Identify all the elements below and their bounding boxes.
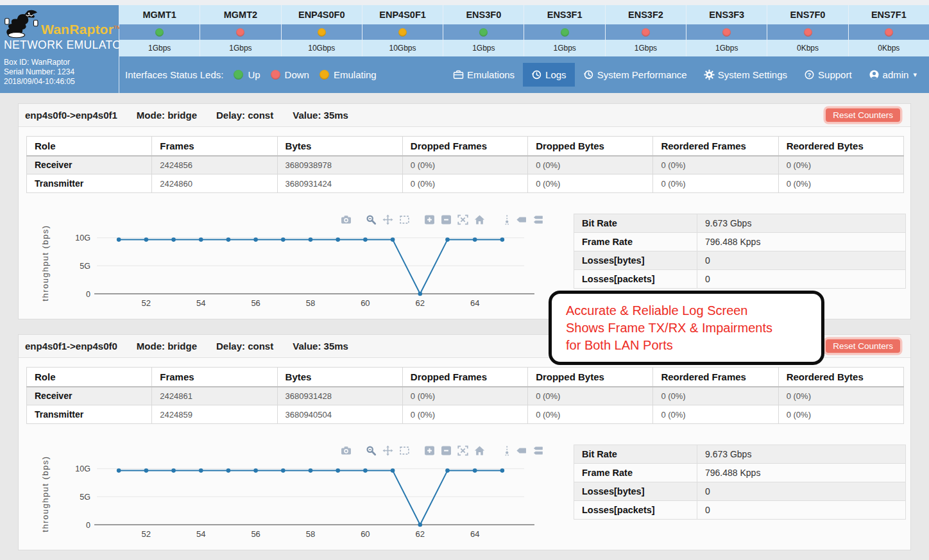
brand-name: WanRaptorTM xyxy=(41,22,121,37)
menu-item-admin[interactable]: admin▾ xyxy=(860,63,925,87)
hover-compare-icon[interactable] xyxy=(533,214,543,225)
column-header: Dropped Frames xyxy=(402,137,527,156)
menu-item-system-performance[interactable]: System Performance xyxy=(575,63,695,87)
zoom-icon[interactable] xyxy=(366,445,377,456)
menu-item-label: Emulations xyxy=(467,69,515,80)
svg-text:62: 62 xyxy=(416,529,425,539)
interface-tab-mgmt1[interactable]: MGMT11Gbps xyxy=(119,5,200,56)
table-cell: 3680940504 xyxy=(277,405,402,424)
spikelines-icon[interactable] xyxy=(499,445,510,456)
interface-led-row xyxy=(282,24,362,40)
menu-item-emulations[interactable]: Emulations xyxy=(445,63,523,87)
throughput-plot[interactable]: 05G10G52545658606264throughput (bps) xyxy=(33,452,561,548)
svg-text:64: 64 xyxy=(470,298,479,308)
camera-icon[interactable] xyxy=(341,214,352,225)
interface-name: ENS7F0 xyxy=(767,5,848,24)
legend-item-label: Emulating xyxy=(334,69,377,80)
table-cell: Receiver xyxy=(27,156,152,174)
menu-item-logs[interactable]: Logs xyxy=(523,63,575,87)
pan-icon[interactable] xyxy=(382,445,393,456)
table-cell: 0 (0%) xyxy=(778,387,903,405)
reset-counters-button[interactable]: Reset Counters xyxy=(826,108,900,122)
column-header: Dropped Bytes xyxy=(528,368,653,387)
autoscale-icon[interactable] xyxy=(457,445,468,456)
interface-speed: 1Gbps xyxy=(606,40,686,56)
table-cell: 2424859 xyxy=(152,405,277,424)
autoscale-icon[interactable] xyxy=(457,214,468,225)
camera-icon[interactable] xyxy=(341,445,352,456)
interface-name: ENS7F1 xyxy=(849,5,929,24)
column-header: Reordered Frames xyxy=(653,137,778,156)
interface-led-row xyxy=(443,24,524,40)
interface-tab-ens7f1[interactable]: ENS7F10Kbps xyxy=(848,5,929,56)
interface-led-row xyxy=(849,24,929,40)
zoom-icon[interactable] xyxy=(366,214,377,225)
interface-tab-ens3f3[interactable]: ENS3F31Gbps xyxy=(686,5,767,56)
interface-tab-ens7f0[interactable]: ENS7F00Kbps xyxy=(767,5,848,56)
interface-tab-mgmt2[interactable]: MGMT21Gbps xyxy=(200,5,280,56)
settings-icon xyxy=(704,69,715,80)
hover-closest-icon[interactable] xyxy=(516,214,527,225)
menu-item-label: Support xyxy=(818,69,852,80)
table-cell: 0 (0%) xyxy=(402,387,527,405)
hover-closest-icon[interactable] xyxy=(516,445,527,456)
table-cell: 2424856 xyxy=(152,156,277,174)
home-icon[interactable] xyxy=(474,214,485,225)
menu-item-label: Logs xyxy=(545,69,567,80)
interface-speed: 0Kbps xyxy=(849,40,929,56)
up-led-icon xyxy=(479,28,488,37)
down-led-icon xyxy=(885,28,893,37)
interface-tab-ens3f0[interactable]: ENS3F01Gbps xyxy=(443,5,524,56)
panel-title: enp4s0f0->enp4s0f1 xyxy=(25,110,117,121)
zoom-out-icon[interactable] xyxy=(441,214,452,225)
table-cell: 0 (0%) xyxy=(653,405,778,424)
up-led-icon xyxy=(561,28,569,37)
interface-name: ENP4S0F0 xyxy=(282,5,362,24)
legend-item-down: Down xyxy=(271,69,309,80)
reset-counters-button[interactable]: Reset Counters xyxy=(826,339,900,353)
menu-item-support[interactable]: ?Support xyxy=(796,63,860,87)
interface-tabs: MGMT11GbpsMGMT21GbpsENP4S0F010GbpsENP4S0… xyxy=(119,5,929,56)
panel-delay: Delay: const xyxy=(216,110,273,121)
menu-item-system-settings[interactable]: System Settings xyxy=(695,63,796,87)
legend-label: Interfaces Status Leds: xyxy=(125,69,223,80)
interface-speed: 0Kbps xyxy=(767,40,848,56)
stats-row: Bit Rate9.673 Gbps xyxy=(574,445,906,464)
table-cell: 0 (0%) xyxy=(653,156,778,174)
interface-tab-enp4s0f0[interactable]: ENP4S0F010Gbps xyxy=(281,5,362,56)
pan-icon[interactable] xyxy=(382,214,393,225)
table-cell: 0 (0%) xyxy=(402,174,527,193)
box-select-icon[interactable] xyxy=(399,445,410,456)
wanraptor-app: WanRaptorTM NETWORK EMULATOR Box ID: Wan… xyxy=(0,0,929,560)
interface-speed: 1Gbps xyxy=(200,40,280,56)
interface-name: ENP4S0F1 xyxy=(362,5,443,24)
home-icon[interactable] xyxy=(474,445,485,456)
column-header: Reordered Bytes xyxy=(778,368,903,387)
down-led-icon xyxy=(722,28,731,37)
panel-header: enp4s0f0->enp4s0f1 Mode: bridge Delay: c… xyxy=(19,104,910,127)
table-row: Receiver242485636809389780 (0%)0 (0%)0 (… xyxy=(27,156,904,174)
interface-tab-enp4s0f1[interactable]: ENP4S0F110Gbps xyxy=(362,5,443,56)
zoom-in-icon[interactable] xyxy=(424,214,435,225)
interface-tab-ens3f2[interactable]: ENS3F21Gbps xyxy=(605,5,686,56)
panel-mode: Mode: bridge xyxy=(137,110,197,121)
hover-compare-icon[interactable] xyxy=(533,445,543,456)
stats-row: Bit Rate9.673 Gbps xyxy=(574,214,906,233)
stats-value: 796.488 Kpps xyxy=(697,464,906,482)
spikelines-icon[interactable] xyxy=(499,214,510,225)
interface-led-row xyxy=(606,24,686,40)
zoom-out-icon[interactable] xyxy=(441,445,452,456)
interface-speed: 1Gbps xyxy=(524,40,604,56)
box-select-icon[interactable] xyxy=(399,214,410,225)
stats-label: Losses[packets] xyxy=(574,270,697,289)
table-cell: 0 (0%) xyxy=(778,174,903,193)
legend-item-up: Up xyxy=(234,69,260,80)
table-cell: Transmitter xyxy=(27,405,152,424)
interface-tab-ens3f1[interactable]: ENS3F11Gbps xyxy=(524,5,604,56)
throughput-plot[interactable]: 05G10G52545658606264throughput (bps) xyxy=(33,221,561,317)
annotation-line: Accurate & Reliable Log Screen xyxy=(566,302,816,319)
column-header: Frames xyxy=(152,368,277,387)
emulation-panel-1: enp4s0f0->enp4s0f1 Mode: bridge Delay: c… xyxy=(18,103,911,319)
table-cell: 0 (0%) xyxy=(402,405,527,424)
zoom-in-icon[interactable] xyxy=(424,445,435,456)
